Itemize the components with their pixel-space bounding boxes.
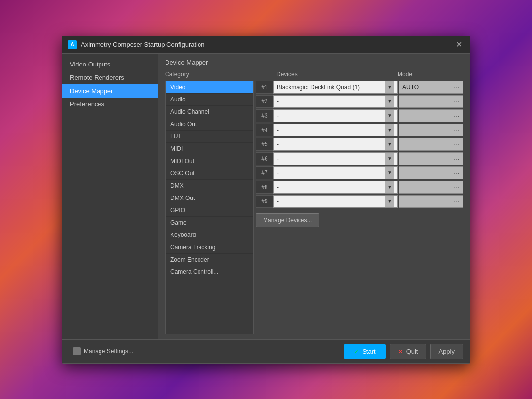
header-mode: Mode <box>398 71 463 78</box>
category-item-audio-out[interactable]: Audio Out <box>166 118 253 131</box>
title-bar-left: A Aximmetry Composer Startup Configurati… <box>68 40 204 49</box>
ellipsis-btn-7[interactable]: ··· <box>454 169 460 177</box>
ellipsis-btn-3[interactable]: ··· <box>454 112 460 120</box>
table-row: #5 - ▼ ··· <box>256 138 463 151</box>
dropdown-arrow-1[interactable]: ▼ <box>385 81 394 93</box>
device-select-5[interactable]: - ▼ <box>273 138 398 151</box>
header-devices: Devices <box>273 71 396 78</box>
category-item-dmx[interactable]: DMX <box>166 180 253 192</box>
dropdown-arrow-7[interactable]: ▼ <box>385 167 394 179</box>
category-item-camera-tracking[interactable]: Camera Tracking <box>166 241 253 254</box>
app-icon: A <box>68 40 77 49</box>
device-select-6[interactable]: - ▼ <box>273 152 398 165</box>
slot-9: #9 <box>256 195 273 208</box>
sidebar-item-video-outputs[interactable]: Video Outputs <box>62 58 158 71</box>
mode-cell-4: ··· <box>399 124 463 136</box>
manage-devices-button[interactable]: Manage Devices... <box>256 213 319 227</box>
slot-5: #5 <box>256 138 273 151</box>
device-select-8[interactable]: - ▼ <box>273 181 398 194</box>
mode-cell-3: ··· <box>399 109 463 122</box>
slot-8: #8 <box>256 181 273 194</box>
category-item-midi[interactable]: MIDI <box>166 143 253 155</box>
sidebar-item-remote-renderers[interactable]: Remote Renderers <box>62 71 158 84</box>
category-list: Video Audio Audio Channel Audio Out LUT … <box>165 81 254 334</box>
settings-icon <box>73 347 81 355</box>
sidebar-item-preferences[interactable]: Preferences <box>62 98 158 111</box>
manage-settings-button[interactable]: Manage Settings... <box>69 345 137 357</box>
device-mapper-layout: Video Audio Audio Channel Audio Out LUT … <box>165 81 463 334</box>
ellipsis-btn-9[interactable]: ··· <box>454 198 460 205</box>
table-row: #6 - ▼ ··· <box>256 152 463 165</box>
title-bar: A Aximmetry Composer Startup Configurati… <box>62 36 470 54</box>
mode-cell-8: ··· <box>399 181 463 194</box>
category-item-lut[interactable]: LUT <box>166 131 253 143</box>
category-item-dmx-out[interactable]: DMX Out <box>166 192 253 204</box>
category-item-gpio[interactable]: GPIO <box>166 204 253 217</box>
start-button[interactable]: ✓ Start <box>344 344 385 359</box>
mode-cell-7: ··· <box>399 166 463 179</box>
apply-button[interactable]: Apply <box>430 344 463 359</box>
category-item-osc-out[interactable]: OSC Out <box>166 167 253 180</box>
mode-cell-9: ··· <box>399 195 463 208</box>
slot-4: #4 <box>256 124 273 136</box>
category-item-midi-out[interactable]: MIDI Out <box>166 155 253 167</box>
dropdown-arrow-4[interactable]: ▼ <box>385 124 394 136</box>
device-select-7[interactable]: - ▼ <box>273 166 398 179</box>
x-icon: ✕ <box>398 348 403 355</box>
device-select-3[interactable]: - ▼ <box>273 109 398 122</box>
footer-right-buttons: ✓ Start ✕ Quit Apply <box>344 344 463 359</box>
device-select-9[interactable]: - ▼ <box>273 195 398 208</box>
category-item-camera-control[interactable]: Camera Controll... <box>166 266 253 278</box>
panel-title: Device Mapper <box>165 59 463 66</box>
device-select-1[interactable]: Blackmagic: DeckLink Quad (1) ▼ <box>273 81 398 94</box>
window-title: Aximmetry Composer Startup Configuration <box>81 41 204 48</box>
mode-cell-5: ··· <box>399 138 463 151</box>
table-row: #4 - ▼ ··· <box>256 124 463 136</box>
quit-button[interactable]: ✕ Quit <box>390 344 427 359</box>
table-row: #1 Blackmagic: DeckLink Quad (1) ▼ AUTO … <box>256 81 463 94</box>
table-row: #3 - ▼ ··· <box>256 109 463 122</box>
dropdown-arrow-6[interactable]: ▼ <box>385 153 394 165</box>
check-icon: ✓ <box>354 348 359 355</box>
header-category: Category <box>165 71 254 78</box>
category-item-zoom-encoder[interactable]: Zoom Encoder <box>166 254 253 266</box>
dropdown-arrow-9[interactable]: ▼ <box>385 196 394 207</box>
device-select-4[interactable]: - ▼ <box>273 124 398 136</box>
dropdown-arrow-3[interactable]: ▼ <box>385 110 394 122</box>
slot-3: #3 <box>256 109 273 122</box>
category-item-video[interactable]: Video <box>166 81 253 94</box>
device-select-2[interactable]: - ▼ <box>273 95 398 108</box>
footer-bar: Manage Settings... ✓ Start ✕ Quit Apply <box>62 339 470 363</box>
table-row: #2 - ▼ ··· <box>256 95 463 108</box>
dropdown-arrow-2[interactable]: ▼ <box>385 96 394 107</box>
category-item-audio[interactable]: Audio <box>166 94 253 106</box>
window-body: Video Outputs Remote Renderers Device Ma… <box>62 54 470 363</box>
slot-7: #7 <box>256 166 273 179</box>
ellipsis-btn-2[interactable]: ··· <box>454 98 460 105</box>
mode-cell-2: ··· <box>399 95 463 108</box>
ellipsis-btn-4[interactable]: ··· <box>454 126 460 134</box>
mode-cell-1: AUTO ··· <box>399 81 463 94</box>
slot-6: #6 <box>256 152 273 165</box>
sidebar-item-device-mapper[interactable]: Device Mapper <box>62 84 158 98</box>
dropdown-arrow-5[interactable]: ▼ <box>385 138 394 150</box>
category-item-keyboard[interactable]: Keyboard <box>166 229 253 241</box>
category-item-audio-channel[interactable]: Audio Channel <box>166 106 253 118</box>
dropdown-arrow-8[interactable]: ▼ <box>385 181 394 193</box>
ellipsis-btn-5[interactable]: ··· <box>454 140 460 148</box>
ellipsis-btn-8[interactable]: ··· <box>454 183 460 191</box>
mode-cell-6: ··· <box>399 152 463 165</box>
ellipsis-btn-6[interactable]: ··· <box>454 155 460 163</box>
table-header: Category Devices Mode <box>165 71 463 80</box>
ellipsis-btn-1[interactable]: ··· <box>454 83 460 91</box>
device-rows-container: #1 Blackmagic: DeckLink Quad (1) ▼ AUTO … <box>254 81 463 334</box>
main-panel: Device Mapper Category Devices Mode Vide… <box>158 54 470 339</box>
category-item-game[interactable]: Game <box>166 217 253 229</box>
content-area: Video Outputs Remote Renderers Device Ma… <box>62 54 470 339</box>
close-button[interactable]: ✕ <box>454 41 464 49</box>
table-row: #8 - ▼ ··· <box>256 181 463 194</box>
sidebar: Video Outputs Remote Renderers Device Ma… <box>62 54 158 339</box>
table-row: #9 - ▼ ··· <box>256 195 463 208</box>
slot-2: #2 <box>256 95 273 108</box>
table-row: #7 - ▼ ··· <box>256 166 463 179</box>
